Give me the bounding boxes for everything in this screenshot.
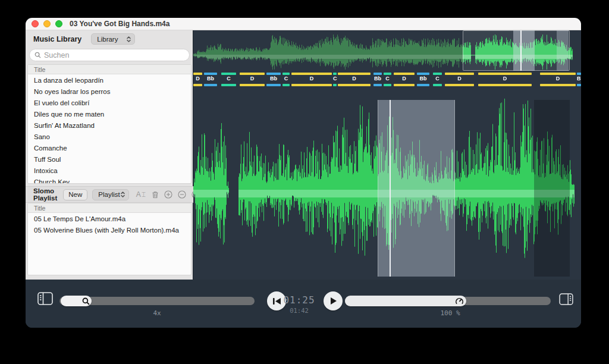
search-placeholder: Suchen — [44, 51, 69, 59]
left-panel-toggle-icon[interactable] — [37, 292, 53, 307]
overview-playhead[interactable] — [520, 30, 522, 71]
chord-block-D[interactable]: D — [394, 71, 415, 89]
playhead[interactable] — [390, 100, 391, 277]
chord-bar — [338, 84, 371, 86]
chord-bar — [373, 73, 382, 75]
chord-bar — [291, 84, 332, 86]
chord-bar — [373, 84, 382, 86]
speed-slider-handle[interactable] — [345, 296, 466, 306]
app-window: 03 You've Got Big Hands.m4a Music Librar… — [26, 18, 581, 328]
rename-icon[interactable]: A⌶ — [136, 190, 146, 199]
library-song-row[interactable]: No oyes ladrar los perros — [28, 86, 191, 97]
chord-label: D — [540, 76, 576, 81]
chord-block-Bb[interactable]: Bb — [577, 71, 581, 89]
chord-block-D[interactable]: D — [291, 71, 332, 89]
chord-block-C[interactable]: C — [433, 71, 442, 89]
chord-block-D[interactable]: D — [445, 71, 474, 89]
sidebar: Music Library Library Suchen Tit — [26, 30, 193, 280]
chord-bar — [384, 73, 391, 75]
chord-bar — [478, 73, 532, 75]
chord-label: D — [338, 76, 371, 81]
library-song-row[interactable]: Comanche — [28, 142, 191, 153]
speed-value-label: 100 % — [432, 309, 468, 317]
chord-strip: DBbCDBbCDCDBbCDBbCDDDBb — [193, 71, 581, 89]
chord-block-Bb[interactable]: Bb — [204, 71, 217, 89]
playlist-toolbar: Slomo Playlist New Playlist A⌶ — [26, 186, 193, 203]
chord-bar — [204, 73, 217, 75]
chord-block-C[interactable]: C — [384, 71, 391, 89]
library-song-row[interactable]: Intoxica — [28, 165, 191, 176]
library-song-row[interactable]: Tuff Soul — [28, 153, 191, 165]
trash-icon[interactable] — [152, 191, 159, 199]
time-display: 01:25 01:42 — [280, 294, 318, 314]
waveform-panel: DBbCDBbCDCDBbCDBbCDDDBb — [193, 30, 581, 280]
chord-bar — [433, 84, 442, 86]
library-song-row[interactable]: Church Key — [28, 176, 191, 184]
chord-bar — [282, 73, 290, 75]
chord-block-Bb[interactable]: Bb — [417, 71, 429, 89]
overview-strip — [193, 30, 581, 71]
play-button[interactable] — [324, 291, 343, 310]
chord-bar — [338, 73, 371, 75]
playlist-name-label: Slomo Playlist — [33, 187, 57, 202]
chord-label: Bb — [266, 76, 281, 81]
chord-bar — [577, 73, 581, 75]
titlebar[interactable]: 03 You've Got Big Hands.m4a — [26, 18, 581, 30]
chord-bar — [417, 73, 429, 75]
close-button[interactable] — [32, 20, 39, 27]
chord-bar — [333, 73, 337, 75]
chord-label: D — [240, 76, 265, 81]
chord-label: C — [433, 76, 442, 81]
zoom-slider[interactable] — [59, 297, 255, 305]
library-song-row[interactable]: Diles que no me maten — [28, 108, 191, 120]
chord-block-D[interactable]: D — [540, 71, 576, 89]
add-circle-icon[interactable] — [164, 190, 172, 199]
chord-bar — [540, 73, 576, 75]
chord-bar — [333, 84, 337, 86]
minimize-button[interactable] — [43, 20, 51, 27]
chord-label: C — [282, 76, 290, 81]
library-source-popup[interactable]: Library — [91, 33, 135, 45]
current-time: 01:25 — [280, 294, 318, 306]
chord-bar — [282, 84, 290, 86]
remove-circle-icon[interactable] — [178, 190, 186, 199]
marked-region[interactable] — [534, 100, 570, 277]
overview-marked-region[interactable] — [557, 30, 569, 71]
library-song-row[interactable]: Surfin' At Mazatland — [28, 120, 191, 131]
search-input[interactable]: Suchen — [29, 49, 190, 61]
library-song-row[interactable]: El vuelo del colibrí — [28, 97, 191, 108]
library-song-row[interactable]: La danza del leopardín — [28, 74, 191, 86]
speed-slider[interactable] — [345, 297, 551, 305]
chord-label: D — [445, 76, 474, 81]
right-panel-toggle-icon[interactable] — [559, 293, 573, 307]
transport-bar: 4x 01:25 01:42 — [26, 280, 581, 328]
zoom-button[interactable] — [55, 20, 62, 27]
chevron-updown-icon — [126, 36, 131, 43]
chord-block-D[interactable]: D — [338, 71, 371, 89]
library-song-row[interactable]: Sano — [28, 131, 191, 142]
chord-bar — [291, 73, 332, 75]
chord-block-D[interactable]: D — [478, 71, 532, 89]
playlist-song-list: Title 05 Le Temps De L'Amour.m4a05 Wolve… — [27, 203, 192, 275]
playlist-song-row[interactable]: 05 Le Temps De L'Amour.m4a — [28, 213, 191, 224]
overview-selection[interactable] — [513, 30, 535, 71]
playlist-type-popup[interactable]: Playlist — [92, 189, 128, 200]
magnifier-icon — [82, 297, 90, 305]
library-song-list: Title La danza del leopardínNo oyes ladr… — [27, 64, 192, 184]
total-duration: 01:42 — [280, 307, 318, 314]
chord-block-Bb[interactable]: Bb — [373, 71, 382, 89]
zoom-slider-handle[interactable] — [61, 296, 92, 306]
playlist-song-row[interactable]: 05 Wolverine Blues (with Jelly Roll Mort… — [28, 224, 191, 236]
chord-block-D[interactable]: D — [240, 71, 265, 89]
new-playlist-button[interactable]: New — [63, 189, 87, 200]
chord-block-C[interactable]: C — [221, 71, 236, 89]
chord-bar — [240, 73, 265, 75]
chord-bar — [266, 73, 281, 75]
chord-block-C[interactable]: C — [333, 71, 337, 89]
chord-block-C[interactable]: C — [282, 71, 290, 89]
chord-block-D[interactable]: D — [193, 71, 202, 89]
chord-label: C — [221, 76, 236, 81]
chord-bar — [384, 84, 391, 86]
music-library-label: Music Library — [33, 35, 81, 43]
chord-block-Bb[interactable]: Bb — [266, 71, 281, 89]
